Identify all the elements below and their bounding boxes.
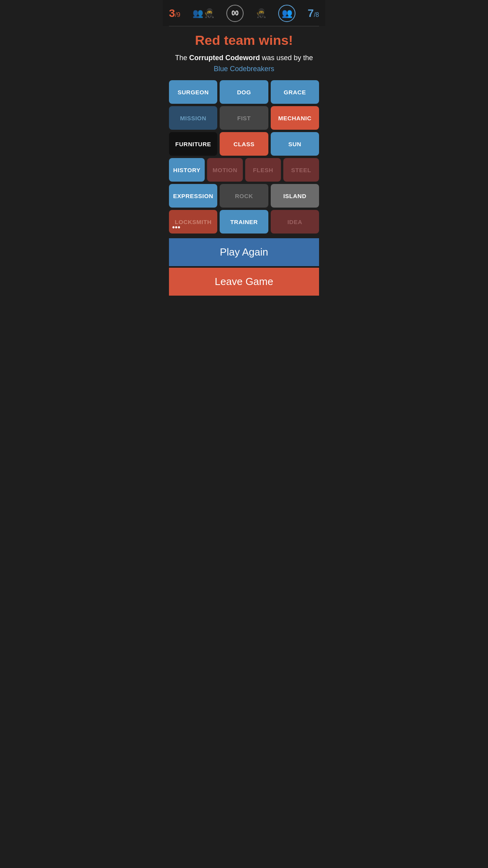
win-subtitle: The Corrupted Codeword was used by the bbox=[169, 53, 319, 63]
word-row-4: HISTORY MOTION FLESH STEEL bbox=[169, 158, 319, 182]
win-team-name: Blue Codebreakers bbox=[169, 65, 319, 73]
tile-expression: EXPRESSION bbox=[169, 184, 217, 208]
header: 3 /9 👥 🥷 00 🥷 👥 7 /8 bbox=[163, 0, 325, 26]
tile-idea: IDEA bbox=[271, 210, 319, 234]
timer-value: 00 bbox=[231, 10, 238, 17]
red-team-icon: 👥 bbox=[193, 8, 203, 18]
tile-fist: FIST bbox=[220, 106, 268, 130]
subtitle-prefix: The bbox=[175, 54, 189, 62]
blue-score: 7 /8 bbox=[308, 7, 319, 20]
tile-mission: MISSION bbox=[169, 106, 217, 130]
blue-score-total: /8 bbox=[314, 11, 319, 18]
more-dots[interactable]: ••• bbox=[169, 221, 183, 234]
leave-game-button[interactable]: Leave Game bbox=[169, 268, 319, 296]
red-score-total: /9 bbox=[175, 11, 180, 18]
timer: 00 bbox=[226, 5, 244, 22]
blue-spy-icon: 🥷 bbox=[256, 8, 266, 18]
tile-grace: GRACE bbox=[271, 80, 319, 104]
subtitle-suffix: was used by the bbox=[260, 54, 313, 62]
tile-rock: ROCK bbox=[220, 184, 268, 208]
word-row-1: SURGEON DOG GRACE bbox=[169, 80, 319, 104]
subtitle-bold: Corrupted Codeword bbox=[189, 54, 260, 62]
tile-island: ISLAND bbox=[271, 184, 319, 208]
blue-team-group-icon: 👥 bbox=[282, 8, 292, 18]
tile-dog: DOG bbox=[220, 80, 268, 104]
blue-team-icons: 🥷 bbox=[256, 8, 266, 18]
tile-motion: MOTION bbox=[207, 158, 243, 182]
word-row-6: LOCKSMITH TRAINER IDEA ••• bbox=[169, 210, 319, 234]
tile-furniture: FURNITURE bbox=[169, 132, 217, 156]
bottom-buttons: Play Again Leave Game bbox=[169, 238, 319, 296]
tile-class: CLASS bbox=[220, 132, 268, 156]
word-grid: SURGEON DOG GRACE MISSION FIST MECHANIC bbox=[169, 80, 319, 234]
tile-mechanic: MECHANIC bbox=[271, 106, 319, 130]
blue-team-circle: 👥 bbox=[278, 5, 295, 22]
word-row-2: MISSION FIST MECHANIC bbox=[169, 106, 319, 130]
play-again-button[interactable]: Play Again bbox=[169, 238, 319, 266]
tile-surgeon: SURGEON bbox=[169, 80, 217, 104]
win-title: Red team wins! bbox=[169, 33, 319, 48]
red-spy-icon: 🥷 bbox=[204, 8, 215, 18]
tile-trainer: TRAINER bbox=[220, 210, 268, 234]
red-score: 3 /9 bbox=[169, 7, 180, 20]
main-content: Red team wins! The Corrupted Codeword wa… bbox=[163, 26, 325, 302]
red-score-value: 3 bbox=[169, 7, 175, 20]
blue-score-value: 7 bbox=[308, 7, 314, 20]
word-row-3: FURNITURE CLASS SUN bbox=[169, 132, 319, 156]
tile-flesh: FLESH bbox=[245, 158, 281, 182]
team-icons: 👥 🥷 bbox=[193, 8, 215, 18]
tile-sun: SUN bbox=[271, 132, 319, 156]
tile-history: HISTORY bbox=[169, 158, 205, 182]
tile-steel: STEEL bbox=[283, 158, 319, 182]
word-row-5: EXPRESSION ROCK ISLAND bbox=[169, 184, 319, 208]
